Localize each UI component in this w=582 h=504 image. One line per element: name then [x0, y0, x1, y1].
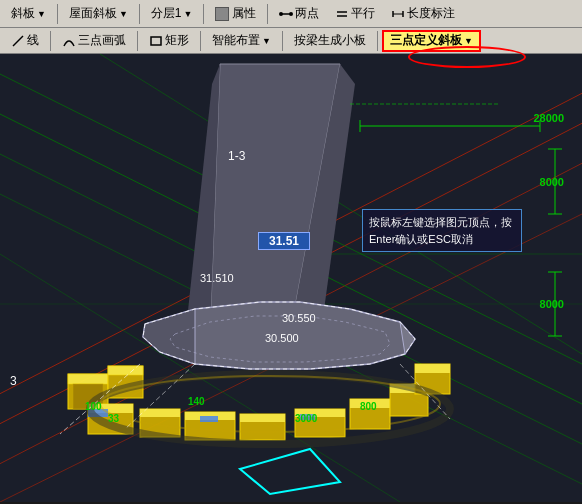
toolbar-top: 斜板 ▼ 屋面斜板 ▼ 分层1 ▼ 属性 两点 平行 长度标注	[0, 0, 582, 28]
toolbar-item-liangdian[interactable]: 两点	[272, 3, 326, 25]
property-icon	[215, 7, 229, 21]
label-800: 800	[360, 401, 377, 412]
label-1-3: 1-3	[228, 149, 245, 163]
separator	[200, 31, 201, 51]
toolbar-item-fenceng[interactable]: 分层1 ▼	[144, 3, 200, 25]
scene-svg	[0, 54, 582, 502]
toolbar-item-smart[interactable]: 智能布置 ▼	[205, 30, 278, 52]
toolbar-item-pingxing[interactable]: 平行	[328, 3, 382, 25]
svg-rect-39	[140, 409, 180, 417]
separator	[50, 31, 51, 51]
svg-rect-35	[108, 366, 143, 375]
toolbar-item-rect[interactable]: 矩形	[142, 30, 196, 52]
toolbar-second: 线 三点画弧 矩形 智能布置 ▼ 按梁生成小板 三点定义斜板 ▼	[0, 28, 582, 54]
line-icon	[11, 34, 25, 48]
toolbar-item-three-point-slope[interactable]: 三点定义斜板 ▼	[382, 30, 481, 52]
value-input[interactable]: 31.51	[258, 232, 310, 250]
svg-rect-32	[68, 374, 108, 384]
svg-point-2	[289, 12, 293, 16]
label-140: 140	[188, 396, 205, 407]
dropdown-arrow: ▼	[184, 9, 193, 19]
label-3000: 3000	[295, 413, 317, 424]
label-100: 100	[85, 401, 102, 412]
separator	[139, 4, 140, 24]
svg-point-1	[279, 12, 283, 16]
svg-rect-9	[151, 37, 161, 45]
label-8000-top: 8000	[540, 176, 564, 188]
svg-rect-43	[240, 414, 285, 422]
tooltip-box: 按鼠标左键选择图元顶点，按 Enter确认或ESC取消	[362, 209, 522, 252]
label-3-left: 3	[10, 374, 17, 388]
label-30550: 30.550	[282, 312, 316, 324]
svg-rect-53	[200, 416, 218, 422]
arc-icon	[62, 34, 76, 48]
svg-rect-51	[415, 364, 450, 373]
rect-icon	[149, 34, 163, 48]
toolbar-item-arc[interactable]: 三点画弧	[55, 30, 133, 52]
dropdown-arrow: ▼	[464, 36, 473, 46]
two-point-icon	[279, 7, 293, 21]
separator	[137, 31, 138, 51]
toolbar-item-xieban[interactable]: 斜板 ▼	[4, 3, 53, 25]
dropdown-arrow: ▼	[119, 9, 128, 19]
length-icon	[391, 7, 405, 21]
label-8000-mid: 8000	[540, 298, 564, 310]
toolbar-item-wumianxieban[interactable]: 屋面斜板 ▼	[62, 3, 135, 25]
separator	[267, 4, 268, 24]
toolbar-item-changdu[interactable]: 长度标注	[384, 3, 462, 25]
toolbar-item-byliang[interactable]: 按梁生成小板	[287, 30, 373, 52]
separator	[282, 31, 283, 51]
label-31510-side: 31.510	[200, 272, 234, 284]
separator	[377, 31, 378, 51]
separator	[57, 4, 58, 24]
label-28000: 28000	[533, 112, 564, 124]
toolbar-item-xian[interactable]: 线	[4, 30, 46, 52]
svg-line-8	[13, 36, 23, 46]
separator	[203, 4, 204, 24]
parallel-icon	[335, 7, 349, 21]
dropdown-arrow: ▼	[37, 9, 46, 19]
label-33: 33	[108, 413, 119, 424]
label-30500: 30.500	[265, 332, 299, 344]
dropdown-arrow: ▼	[262, 36, 271, 46]
viewport: 1-3 28000 8000 8000 31.510 30.550 30.500…	[0, 54, 582, 502]
toolbar-item-shuxing[interactable]: 属性	[208, 3, 263, 25]
